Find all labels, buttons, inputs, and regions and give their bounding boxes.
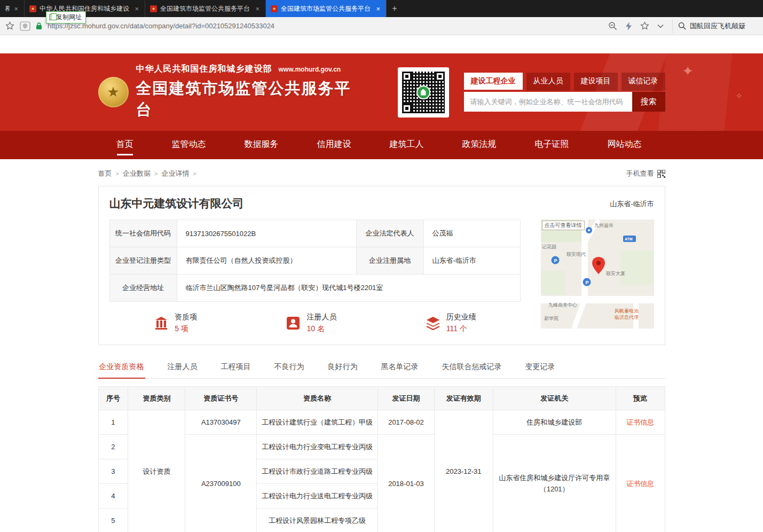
breadcrumb-company-data[interactable]: 企业数据 xyxy=(123,169,151,178)
cell-validity: 2023-12-31 xyxy=(434,410,493,532)
search-tab-project[interactable]: 建设项目 xyxy=(574,73,618,91)
cell-no: 3 xyxy=(98,459,128,484)
detail-tabs: 企业资质资格 注册人员 工程项目 不良行为 良好行为 黑名单记录 失信联合惩戒记… xyxy=(98,358,665,379)
field-label: 统一社会信用代码 xyxy=(109,220,177,247)
favorite-star-icon[interactable] xyxy=(640,21,649,30)
keyword-search-input[interactable] xyxy=(464,92,632,112)
hot-search-box[interactable]: 国航回应飞机颠簸 xyxy=(672,19,758,33)
tab-bad-behavior[interactable]: 不良行为 xyxy=(273,358,305,378)
cell-no: 2 xyxy=(98,435,128,459)
tab-close-icon[interactable]: × xyxy=(133,5,140,13)
nav-item-workers[interactable]: 建筑工人 xyxy=(388,131,426,158)
col-header-name: 资质名称 xyxy=(257,387,378,410)
tab-good-behavior[interactable]: 良好行为 xyxy=(327,358,359,378)
bookmark-star-icon[interactable] xyxy=(5,21,14,30)
stat-value: 111 个 xyxy=(446,324,476,334)
address-bar-actions xyxy=(608,21,664,30)
stat-label: 历史业绩 xyxy=(446,312,476,322)
nav-item-data-service[interactable]: 数据服务 xyxy=(242,131,281,158)
cell-category: 设计资质 xyxy=(128,410,185,532)
decor-star-icon: ✦ xyxy=(682,63,694,80)
main-navigation: 首页 监管动态 数据服务 信用建设 建筑工人 政策法规 电子证照 网站动态 xyxy=(0,131,763,159)
breadcrumb-company-detail[interactable]: 企业详情 xyxy=(161,169,189,178)
tab-close-icon[interactable]: × xyxy=(375,5,381,13)
field-label: 企业注册属地 xyxy=(356,247,423,275)
svg-text:ATM: ATM xyxy=(625,237,633,241)
registration-type-value: 有限责任公司（自然人投资或控股） xyxy=(177,247,356,275)
qr-logo-icon xyxy=(416,85,430,99)
cell-cert-no: A137030497 xyxy=(185,410,257,435)
col-header-cert-no: 资质证书号 xyxy=(185,387,257,410)
tab-registered-personnel[interactable]: 注册人员 xyxy=(167,358,199,378)
cell-name: 工程设计电力行业送电工程专业丙级 xyxy=(257,484,378,508)
tab-projects[interactable]: 工程项目 xyxy=(220,358,252,378)
map-label: 风帆蓄电池 xyxy=(615,308,639,314)
stat-label: 注册人员 xyxy=(306,312,336,322)
search-button[interactable]: 搜索 xyxy=(632,92,665,112)
map-label: 九峰商务中心 xyxy=(548,302,577,308)
tab-dishonesty-records[interactable]: 失信联合惩戒记录 xyxy=(441,358,503,378)
certificate-info-link[interactable]: 证书信息 xyxy=(626,418,654,426)
tab-change-records[interactable]: 变更记录 xyxy=(524,358,556,378)
field-label: 企业法定代表人 xyxy=(356,220,423,247)
map-label: 联安现代 xyxy=(567,252,586,257)
breadcrumb-separator: > xyxy=(116,170,119,177)
mini-qr-icon xyxy=(657,170,665,178)
layers-icon xyxy=(425,315,441,331)
flash-mode-icon[interactable] xyxy=(625,22,632,30)
col-header-no: 序号 xyxy=(98,387,128,410)
credit-code-value: 91371302675501022B xyxy=(177,220,356,247)
col-header-validity: 发证有效期 xyxy=(434,387,493,410)
certificate-info-link[interactable]: 证书信息 xyxy=(626,480,654,488)
tab-title: 界 xyxy=(5,4,10,13)
company-location-map[interactable]: 点击可查看详情 ATM xyxy=(541,220,654,328)
url-text[interactable]: https://jzsc.mohurd.gov.cn/data/company/… xyxy=(48,22,603,30)
col-header-preview: 预览 xyxy=(616,387,665,410)
search-tab-personnel[interactable]: 从业人员 xyxy=(526,73,570,91)
mobile-view-button[interactable]: 手机查看 xyxy=(626,169,665,178)
field-label: 企业经营地址 xyxy=(109,275,177,302)
tab-close-icon[interactable]: × xyxy=(13,5,19,13)
search-tab-credit[interactable]: 诚信记录 xyxy=(622,73,665,91)
nav-item-home[interactable]: 首页 xyxy=(114,131,136,158)
stat-history-performance[interactable]: 历史业绩 111 个 xyxy=(425,312,476,334)
company-info-table: 统一社会信用代码 91371302675501022B 企业法定代表人 公茂福 … xyxy=(109,220,521,302)
nav-item-supervision[interactable]: 监管动态 xyxy=(170,131,208,158)
company-region: 山东省-临沂市 xyxy=(610,199,654,209)
search-tab-enterprise[interactable]: 建设工程企业 xyxy=(464,73,523,91)
nav-item-site-news[interactable]: 网站动态 xyxy=(605,131,644,158)
col-header-category: 资质类别 xyxy=(128,387,185,410)
lock-icon xyxy=(36,22,42,30)
qualification-table: 序号 资质类别 资质证书号 资质名称 发证日期 发证有效期 发证机关 预览 1 … xyxy=(98,386,665,532)
browser-tab-partial[interactable]: 界 × xyxy=(0,0,25,17)
nav-item-credit[interactable]: 信用建设 xyxy=(315,131,353,158)
tab-close-icon[interactable]: × xyxy=(254,5,261,13)
tab-blacklist[interactable]: 黑名单记录 xyxy=(380,358,420,378)
site-favicon: ★ xyxy=(29,5,36,12)
zoom-out-icon[interactable] xyxy=(608,21,617,30)
nav-item-certificates[interactable]: 电子证照 xyxy=(533,131,571,158)
tab-qualifications[interactable]: 企业资质资格 xyxy=(98,358,145,379)
svg-text:P: P xyxy=(585,280,588,285)
map-label: 记花园 xyxy=(541,244,556,249)
tooltip-text: 复制网址 xyxy=(56,13,82,22)
table-header-row: 序号 资质类别 资质证书号 资质名称 发证日期 发证有效期 发证机关 预览 xyxy=(98,387,665,410)
cell-no: 5 xyxy=(98,508,128,532)
site-favicon: ★ xyxy=(271,5,278,12)
browser-tab-2[interactable]: ★ 全国建筑市场监管公共服务平台 × xyxy=(145,0,266,17)
new-tab-button[interactable]: + xyxy=(387,0,403,17)
cell-issue-date: 2018-01-03 xyxy=(377,435,434,532)
chevron-down-icon[interactable] xyxy=(657,24,664,28)
browser-tab-active[interactable]: ★ 全国建筑市场监管公共服务平台 × xyxy=(266,0,387,17)
shield-icon[interactable] xyxy=(20,21,30,31)
breadcrumb-home[interactable]: 首页 xyxy=(98,169,112,178)
stat-qualifications[interactable]: 资质项 5 项 xyxy=(153,312,197,334)
table-row: 1 设计资质 A137030497 工程设计建筑行业（建筑工程）甲级 2017-… xyxy=(98,410,665,435)
field-label: 企业登记注册类型 xyxy=(109,247,177,275)
map-hint: 点击可查看详情 xyxy=(542,221,585,230)
stat-registered-personnel[interactable]: 注册人员 10 名 xyxy=(285,312,336,334)
cell-name: 工程设计电力行业变电工程专业丙级 xyxy=(257,435,378,459)
cell-issue-date: 2017-08-02 xyxy=(377,410,434,435)
nav-item-policy[interactable]: 政策法规 xyxy=(460,131,499,158)
tab-title: 全国建筑市场监管公共服务平台 xyxy=(160,4,251,13)
